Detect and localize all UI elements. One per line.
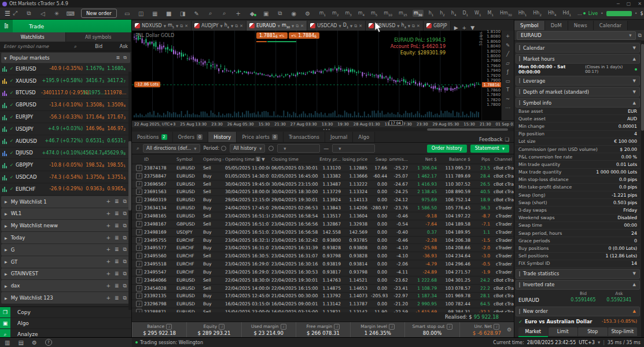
group-popout-icon[interactable]: ⧉: [123, 235, 127, 241]
watchlist-group-row[interactable]: ▶WL1+≣⧉: [1, 208, 130, 220]
timeframe-M1[interactable]: M1: [487, 10, 495, 17]
chart-area[interactable]: PNL Dollar GOLD -12.86 Lots 1.78816▾% ▾%…: [132, 31, 514, 120]
info-icon[interactable]: i: [136, 173, 142, 179]
watchlist-symbol-row[interactable]: ✓USDJPY+4.9 (+0.03%)146.968146.972: [0, 123, 131, 135]
collapse-icon[interactable]: ▼: [4, 56, 7, 60]
history-row[interactable]: i23660319EURUSDBuy29/04/2025 12:15:00.8.…: [132, 196, 514, 204]
zoom-out-icon[interactable]: ⌕: [206, 10, 215, 17]
timezone-value[interactable]: UTC+3: [579, 340, 595, 345]
add-symbol-icon[interactable]: +: [106, 259, 111, 265]
order-type-stop[interactable]: Stop: [578, 327, 608, 336]
tab-history[interactable]: History: [208, 132, 237, 142]
timeframe-m5[interactable]: m5: [370, 10, 378, 17]
channel-tool-icon[interactable]: ▱: [506, 60, 510, 66]
symbol-info-section-header[interactable]: Symbol info▲: [516, 98, 640, 108]
watchlist-group-row[interactable]: ▶My Watchlist 123+≣⧉: [1, 292, 130, 304]
col-header-id[interactable]: ID: [142, 157, 175, 162]
timeframe-Hh2[interactable]: Hh2: [532, 10, 543, 17]
history-row[interactable]: i23874178EURUSDSell05/05/2025 11:00:00.4…: [132, 164, 514, 172]
panel-popout-icon[interactable]: ⧉: [638, 32, 642, 39]
new-order-button[interactable]: New order: [81, 9, 117, 18]
sell-quote-button[interactable]: 1.78816▾%: [256, 32, 288, 39]
history-row[interactable]: i23495755EURCHFBuy23/04/2025 16:32:18.1.…: [132, 237, 514, 245]
group-list-icon[interactable]: ≣: [115, 198, 119, 205]
order-type-stop-limit[interactable]: Stop-limit: [608, 327, 638, 336]
info-icon[interactable]: i: [136, 213, 142, 219]
info-icon[interactable]: i: [389, 324, 395, 330]
timeframe-m15[interactable]: m15: [398, 10, 409, 17]
watchlist-symbol-row[interactable]: ✓GBPUSD-13.4 (-0.10%)1.350851.35094: [0, 99, 131, 111]
col-header-closing-price[interactable]: Closing price: [343, 157, 369, 162]
info-icon[interactable]: i: [136, 205, 142, 211]
history-row[interactable]: i23495547EURCHFBuy23/04/2025 16:29:01.5.…: [132, 268, 514, 276]
info-icon[interactable]: i: [136, 197, 142, 203]
zoom-in-icon[interactable]: ⌕: [220, 10, 229, 17]
info-icon[interactable]: i: [136, 181, 142, 187]
group-list-icon[interactable]: ≣: [115, 235, 119, 241]
tab-orders[interactable]: Orders0: [173, 132, 209, 142]
maximize-button[interactable]: ▢: [627, 1, 631, 6]
symbol-ask[interactable]: 1.35094: [104, 102, 126, 108]
symbol-select[interactable]: EURAUD▼: [517, 31, 636, 40]
chart-mode-icon[interactable]: ✎: [192, 10, 201, 17]
tab-popout-icon[interactable]: ⧉: [412, 24, 415, 28]
history-row[interactable]: i23296798EURUSDBuy16/04/2025 03:15:00.7.…: [132, 300, 514, 308]
order-type-limit[interactable]: Limit: [549, 327, 578, 336]
group-list-icon[interactable]: ≣: [115, 295, 119, 301]
info-icon[interactable]: i: [136, 285, 142, 291]
add-symbol-icon[interactable]: +: [106, 295, 111, 301]
watchlist-symbol-row[interactable]: ✓GBPJPY-10.8 (-0.05%)198.528198.551: [0, 159, 131, 171]
text-tool-icon[interactable]: T: [506, 87, 509, 93]
chart-tab-gbpjp[interactable]: GBPJP: [424, 21, 451, 31]
price-axis[interactable]: 50 pips 1.78816 1.81001.80801.80601.8040…: [481, 31, 502, 120]
symbol-bid[interactable]: 146.968: [83, 126, 104, 131]
group-list-icon[interactable]: ≣: [115, 259, 119, 265]
timeframe-Hm30[interactable]: Hm30: [499, 10, 513, 17]
minimize-button[interactable]: ─: [617, 1, 620, 6]
range-to-select[interactable]: ▼: [332, 144, 375, 153]
tab-symbol[interactable]: Symbol: [514, 21, 545, 30]
symbol-ask[interactable]: 0.93655: [104, 186, 126, 191]
duplicate-window-icon[interactable]: ⧉: [24, 10, 34, 17]
tab-popout-icon[interactable]: ⧉: [180, 24, 183, 28]
watchlist-symbol-row[interactable]: ✓XAUUSD+195.9 (+0.58%)3416.733417.27: [0, 75, 131, 87]
trade-app-icon[interactable]: ▥: [5, 339, 10, 346]
tab-positions[interactable]: Positions2: [132, 132, 173, 142]
group-popout-icon[interactable]: ⧉: [123, 55, 127, 61]
trade-statistics-section-header[interactable]: Trade statistics▼: [516, 269, 640, 279]
watchlist-symbol-row[interactable]: ✓EURJPY-56.3 (-0.33%)171.648171.673: [0, 111, 131, 123]
col-header-opening-time[interactable]: Opening time1▼: [223, 157, 270, 162]
more-tools-icon[interactable]: ⋯: [505, 105, 510, 110]
watchlist-symbol-row[interactable]: ✓EURUSD-40.9 (-0.35%)1.167981.16804: [0, 63, 131, 75]
range-from-select[interactable]: ▼: [277, 144, 320, 153]
history-row[interactable]: i23495560EURCHFSell23/04/2025 16:30:53.1…: [132, 252, 514, 260]
watchlist-group-row[interactable]: ▶My Watchlist 1+≣⧉: [1, 196, 130, 208]
account-info[interactable]: Live • • $ 295 922.18 • 1:100 ▼: [583, 11, 644, 16]
col-header-symbol[interactable]: Symbol: [175, 157, 201, 162]
settings-icon[interactable]: ⚙: [32, 339, 37, 346]
app-item-copy[interactable]: ❐Copy: [0, 307, 131, 318]
tab-price-alerts[interactable]: Price alerts0: [237, 132, 284, 142]
history-row[interactable]: i23464066EURUSDSell22/04/2025 18:30:00.4…: [132, 276, 514, 285]
close-button[interactable]: ✕: [638, 1, 642, 6]
crosshair-tool-icon[interactable]: +: [506, 33, 510, 39]
buy-quote-button[interactable]: ▾%1.78846: [289, 32, 320, 39]
group-popout-icon[interactable]: ⧉: [123, 271, 127, 277]
position-volume-tag[interactable]: -12.86 Lots: [134, 82, 160, 87]
draw-tool-icon[interactable]: ✎: [506, 42, 510, 48]
info-icon[interactable]: i: [136, 245, 142, 251]
dom-section-header[interactable]: Depth of market (standard)▼: [516, 87, 640, 97]
tab-list-icon[interactable]: ▼: [470, 25, 474, 31]
info-icon[interactable]: i: [136, 237, 142, 243]
add-symbol-icon[interactable]: +: [106, 235, 111, 241]
timeframe-m3[interactable]: m3: [344, 10, 352, 17]
symbol-bid[interactable]: 0.93633: [83, 186, 104, 191]
watchlist-symbol-row[interactable]: ✓EURCHF-26.9 (-0.29%)0.936330.93655: [0, 183, 131, 195]
col-header-entry-pr-[interactable]: Entry pr...: [318, 157, 343, 162]
symbol-bid[interactable]: 0.65311: [83, 138, 104, 143]
share-icon[interactable]: ⧉: [275, 10, 285, 17]
symbol-bid[interactable]: 45624.78: [83, 150, 104, 156]
hotkeys-icon[interactable]: ⌨: [66, 10, 75, 17]
popular-markets-group[interactable]: ▼ Popular markets ≣ ⧉: [1, 53, 130, 63]
group-popout-icon[interactable]: ⧉: [123, 259, 127, 265]
